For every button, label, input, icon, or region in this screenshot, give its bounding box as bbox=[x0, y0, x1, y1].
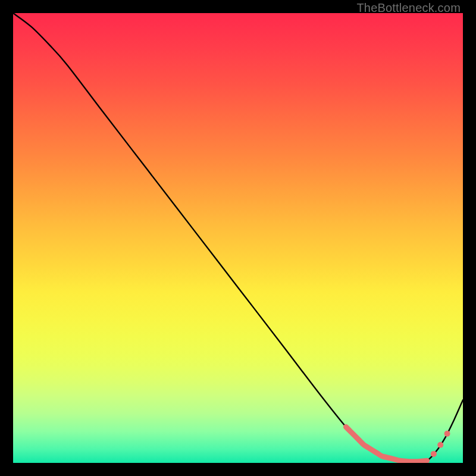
highlight-dot bbox=[444, 431, 450, 437]
curve-line bbox=[13, 13, 463, 462]
curve-highlight-dots bbox=[431, 431, 450, 457]
chart-plot-area bbox=[13, 13, 463, 463]
curve-highlight-segment bbox=[346, 427, 427, 462]
highlight-dot bbox=[437, 442, 443, 448]
chart-frame: TheBottleneck.com bbox=[0, 0, 476, 476]
bottleneck-curve bbox=[13, 13, 463, 463]
highlight-dot bbox=[431, 451, 437, 457]
